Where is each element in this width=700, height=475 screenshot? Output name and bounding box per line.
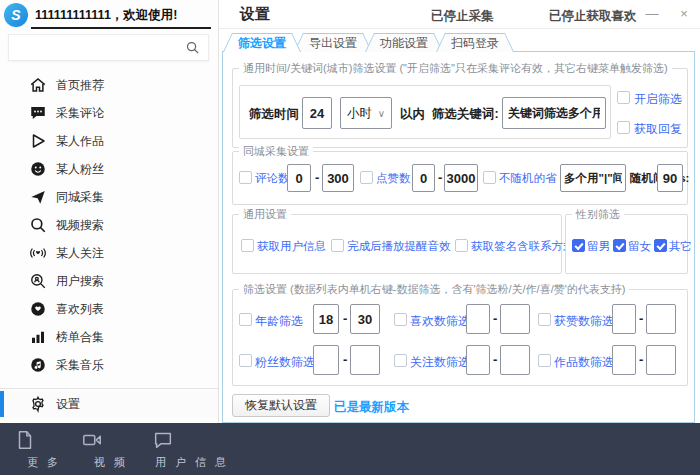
main-panel: 设置 已停止采集 已停止获取喜欢 — × 筛选设置 导出设置 功能设置 扫码登录… bbox=[219, 0, 700, 423]
filter-keyword-input[interactable] bbox=[502, 97, 606, 129]
fans-num-from-input[interactable] bbox=[313, 345, 339, 375]
like-from-input[interactable] bbox=[412, 164, 435, 192]
sidebar-item-label: 榜单合集 bbox=[56, 329, 104, 346]
sidebar-item-settings[interactable]: 设置 bbox=[0, 390, 218, 418]
group-legend: 筛选设置 (数据列表内单机右键-数据筛选，含有'筛选粉/关/作/喜/赞'的代表支… bbox=[239, 282, 629, 297]
within-label: 以内 bbox=[400, 106, 425, 123]
sidebar-item-label: 喜欢列表 bbox=[56, 301, 104, 318]
like-num-from-input[interactable] bbox=[466, 304, 490, 334]
footer-item-user-info[interactable]: 用 户 信 息 bbox=[152, 429, 232, 470]
random-interval-input[interactable] bbox=[657, 164, 683, 192]
keep-other-label: 其它 bbox=[669, 239, 692, 254]
footer-item-more[interactable]: 更 多 bbox=[14, 429, 74, 470]
follow-num-to-input[interactable] bbox=[500, 345, 530, 375]
comment-count-checkbox[interactable] bbox=[239, 171, 252, 184]
like-num-filter-label: 喜欢数筛选 bbox=[410, 313, 470, 330]
like-num-to-input[interactable] bbox=[500, 304, 530, 334]
get-user-info-checkbox[interactable] bbox=[241, 239, 254, 252]
sidebar-item-label: 某人粉丝 bbox=[56, 161, 104, 178]
sidebar-item-city-collect[interactable]: 同城采集 bbox=[0, 183, 218, 211]
comment-icon bbox=[29, 104, 47, 122]
sidebar-item-rank-collection[interactable]: 榜单合集 bbox=[0, 323, 218, 351]
praised-num-filter-checkbox[interactable] bbox=[538, 313, 551, 326]
sidebar: S 111111111111，欢迎使用! 首页推荐 采集评论 bbox=[0, 0, 219, 423]
tab-filter-settings[interactable]: 筛选设置 bbox=[223, 33, 301, 52]
sidebar-item-like-list[interactable]: 喜欢列表 bbox=[0, 295, 218, 323]
group-legend: 同城采集设置 bbox=[239, 144, 313, 159]
footer-bar: 更 多 视 频 用 户 信 息 bbox=[0, 423, 700, 475]
sidebar-item-collect-comments[interactable]: 采集评论 bbox=[0, 99, 218, 127]
group-city-collect: 同城采集设置 评论数 - 点赞数 - 不随机的省 随机间隔/s: bbox=[232, 151, 688, 205]
play-sound-checkbox[interactable] bbox=[331, 239, 344, 252]
follow-num-from-input[interactable] bbox=[466, 345, 490, 375]
sidebar-item-user-fans[interactable]: 某人粉丝 bbox=[0, 155, 218, 183]
dash: - bbox=[493, 352, 497, 367]
message-bubble-icon bbox=[152, 429, 232, 451]
close-button[interactable]: × bbox=[675, 6, 693, 21]
keep-female-checkbox[interactable] bbox=[613, 239, 626, 252]
tab-scan-login[interactable]: 扫码登录 bbox=[436, 33, 514, 52]
comment-to-input[interactable] bbox=[322, 164, 354, 192]
get-reply-checkbox[interactable] bbox=[617, 121, 630, 134]
signature-contact-checkbox[interactable] bbox=[455, 239, 468, 252]
sidebar-item-label: 某人关注 bbox=[56, 245, 104, 262]
works-num-filter-checkbox[interactable] bbox=[538, 354, 551, 367]
sidebar-item-home-feed[interactable]: 首页推荐 bbox=[0, 71, 218, 99]
sidebar-item-user-works[interactable]: 某人作品 bbox=[0, 127, 218, 155]
general-filter-inner-box: 筛选时间 小时 ∨ 以内 筛选关键词: bbox=[239, 85, 611, 139]
works-num-to-input[interactable] bbox=[646, 345, 676, 375]
keep-other-checkbox[interactable] bbox=[654, 239, 667, 252]
page-title: 设置 bbox=[240, 5, 270, 24]
footer-item-label: 更 多 bbox=[14, 455, 74, 470]
tab-bar: 筛选设置 导出设置 功能设置 扫码登录 bbox=[223, 33, 507, 52]
tab-export-settings[interactable]: 导出设置 bbox=[294, 33, 372, 52]
non-random-province-checkbox[interactable] bbox=[483, 171, 496, 184]
sidebar-item-label: 首页推荐 bbox=[56, 77, 104, 94]
search-input[interactable] bbox=[9, 35, 185, 60]
praised-num-to-input[interactable] bbox=[646, 304, 676, 334]
app-logo-row: S 111111111111，欢迎使用! bbox=[4, 3, 178, 27]
like-num-filter-checkbox[interactable] bbox=[394, 313, 407, 326]
group-general-settings: 通用设置 获取用户信息 完成后播放提醒音效 获取签名含联系方式 bbox=[232, 214, 562, 274]
tab-function-settings[interactable]: 功能设置 bbox=[365, 33, 443, 52]
works-num-filter-label: 作品数筛选 bbox=[554, 354, 614, 371]
play-sound-label: 完成后播放提醒音效 bbox=[347, 239, 451, 254]
play-icon bbox=[29, 132, 47, 150]
like-to-input[interactable] bbox=[444, 164, 478, 192]
sidebar-search-box[interactable] bbox=[8, 34, 209, 61]
fans-num-filter-label: 粉丝数筛选 bbox=[255, 354, 315, 371]
gear-icon bbox=[29, 395, 47, 413]
minimize-button[interactable]: — bbox=[643, 6, 661, 21]
comment-from-input[interactable] bbox=[287, 164, 311, 192]
sidebar-item-video-search[interactable]: 视频搜索 bbox=[0, 211, 218, 239]
sidebar-item-collect-music[interactable]: 采集音乐 bbox=[0, 351, 218, 379]
sidebar-item-user-search[interactable]: 用户搜索 bbox=[0, 267, 218, 295]
fans-num-filter-checkbox[interactable] bbox=[239, 354, 252, 367]
province-list-input[interactable] bbox=[560, 164, 626, 192]
praised-num-from-input[interactable] bbox=[612, 304, 636, 334]
keep-male-checkbox[interactable] bbox=[572, 239, 585, 252]
dash: - bbox=[639, 352, 643, 367]
group-legend: 通用时间/关键词(城市)筛选设置 ("开启筛选"只在采集评论有效，其它右键菜单触… bbox=[239, 61, 672, 76]
main-header: 设置 已停止采集 已停止获取喜欢 — × bbox=[219, 0, 700, 29]
filter-time-label: 筛选时间 bbox=[249, 106, 299, 123]
get-reply-label: 获取回复 bbox=[634, 121, 682, 138]
works-num-from-input[interactable] bbox=[612, 345, 636, 375]
latest-version-text[interactable]: 已是最新版本 bbox=[334, 399, 409, 416]
sidebar-item-user-follows[interactable]: 某人关注 bbox=[0, 239, 218, 267]
enable-filter-checkbox[interactable] bbox=[617, 91, 630, 104]
age-from-input[interactable] bbox=[313, 304, 339, 334]
footer-item-video[interactable]: 视 频 bbox=[81, 429, 141, 470]
age-to-input[interactable] bbox=[350, 304, 380, 334]
sidebar-item-label: 采集评论 bbox=[56, 105, 104, 122]
sidebar-item-label: 某人作品 bbox=[56, 133, 104, 150]
follow-num-filter-checkbox[interactable] bbox=[394, 354, 407, 367]
like-count-checkbox[interactable] bbox=[360, 171, 373, 184]
age-filter-checkbox[interactable] bbox=[239, 313, 252, 326]
broadcast-icon bbox=[29, 244, 47, 262]
filter-time-input[interactable] bbox=[302, 97, 332, 129]
time-unit-select[interactable]: 小时 ∨ bbox=[340, 97, 392, 129]
fans-num-to-input[interactable] bbox=[350, 345, 380, 375]
search-icon[interactable] bbox=[185, 40, 200, 55]
restore-defaults-button[interactable]: 恢复默认设置 bbox=[232, 394, 330, 417]
